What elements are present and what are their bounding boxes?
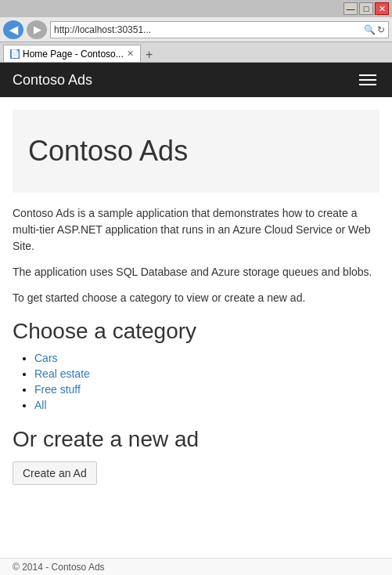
list-item: Real estate	[34, 367, 379, 380]
back-button[interactable]: ◀	[3, 20, 23, 39]
description-para-2: The application uses SQL Database and Az…	[13, 264, 379, 280]
active-tab[interactable]: 📄 Home Page - Contoso... ✕	[3, 45, 141, 62]
page-main: Contoso Ads Contoso Ads Contoso Ads is a…	[0, 63, 392, 558]
address-icons: 🔍 ↻	[364, 24, 385, 35]
page-frame: Contoso Ads Contoso Ads Contoso Ads is a…	[0, 63, 392, 558]
create-ad-button[interactable]: Create an Ad	[13, 461, 97, 485]
tab-title: Home Page - Contoso...	[23, 49, 124, 60]
create-ad-title: Or create a new ad	[13, 427, 379, 452]
new-tab-button[interactable]: +	[142, 48, 156, 62]
main-content: Contoso Ads is a sample application that…	[0, 205, 392, 497]
tab-page-icon: 📄	[10, 49, 20, 59]
hamburger-line-3	[359, 84, 376, 85]
hamburger-line-1	[359, 74, 376, 76]
page-footer: © 2014 - Contoso Ads	[0, 558, 392, 575]
category-realestate-link[interactable]: Real estate	[34, 367, 90, 380]
forward-button[interactable]: ▶	[27, 20, 47, 39]
app-brand: Contoso Ads	[13, 72, 92, 89]
tab-bar: 📄 Home Page - Contoso... ✕ +	[0, 42, 392, 63]
list-item: All	[34, 399, 379, 411]
hamburger-button[interactable]	[356, 71, 379, 89]
list-item: Cars	[34, 352, 379, 364]
app-navbar: Contoso Ads	[0, 63, 392, 97]
maximize-button[interactable]: □	[359, 2, 373, 15]
minimize-button[interactable]: —	[343, 2, 358, 15]
address-text: http://localhost:30351...	[54, 24, 361, 35]
footer-text: © 2014 - Contoso Ads	[13, 562, 105, 573]
category-list: Cars Real estate Free stuff All	[13, 352, 379, 411]
browser-nav-bar: ◀ ▶ http://localhost:30351... 🔍 ↻	[0, 17, 392, 42]
description-para-1: Contoso Ads is a sample application that…	[13, 205, 379, 255]
hero-title: Contoso Ads	[28, 135, 364, 168]
hamburger-line-2	[359, 79, 376, 81]
category-freestuff-link[interactable]: Free stuff	[34, 383, 81, 396]
refresh-icon[interactable]: ↻	[377, 24, 385, 35]
list-item: Free stuff	[34, 383, 379, 396]
title-bar: — □ ✕	[0, 0, 392, 17]
category-all-link[interactable]: All	[34, 399, 47, 411]
category-cars-link[interactable]: Cars	[34, 352, 58, 364]
choose-category-title: Choose a category	[13, 319, 379, 344]
search-icon[interactable]: 🔍	[364, 24, 376, 35]
address-bar[interactable]: http://localhost:30351... 🔍 ↻	[50, 21, 389, 38]
hero-section: Contoso Ads	[13, 110, 379, 193]
tab-close-button[interactable]: ✕	[127, 49, 134, 59]
window-controls: — □ ✕	[343, 2, 389, 15]
close-button[interactable]: ✕	[375, 2, 389, 15]
description-para-3: To get started choose a category to view…	[13, 290, 379, 306]
